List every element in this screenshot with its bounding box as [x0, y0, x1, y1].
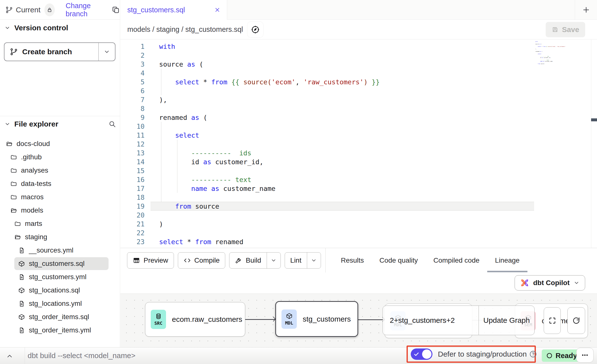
create-branch-main[interactable]: Create branch [4, 43, 99, 61]
cube-icon [18, 287, 25, 294]
code-line-7[interactable]: 7), [120, 95, 597, 104]
file-tree-item-stg-customers-sql[interactable]: stg_customers.sql [0, 257, 120, 270]
code-line-15[interactable]: 15 [120, 166, 597, 175]
code-line-24[interactable]: 24 [120, 246, 597, 248]
tab-code-quality[interactable]: Code quality [379, 255, 418, 266]
line-number: 18 [120, 194, 145, 201]
code-line-18[interactable]: 18 [120, 193, 597, 202]
file-tree-item-docs-cloud[interactable]: docs-cloud [0, 137, 120, 150]
code-line-21[interactable]: 21) [120, 219, 597, 228]
code-line-11[interactable]: 11 select [120, 131, 597, 140]
cube-icon [18, 260, 25, 267]
code-line-23[interactable]: 23select * from renamed [120, 237, 597, 246]
code-line-12[interactable]: 12 [120, 140, 597, 148]
folder-icon [10, 167, 17, 174]
preview-button[interactable]: Preview [127, 252, 174, 269]
dbt-copilot-button[interactable]: dbt Copilot [515, 275, 585, 291]
code-line-10[interactable]: 10 [120, 122, 597, 131]
change-branch-link[interactable]: Change branch [66, 2, 105, 18]
new-tab-button[interactable] [575, 0, 597, 20]
file-tree-item-models[interactable]: models [0, 204, 120, 217]
defer-toggle[interactable] [411, 348, 432, 360]
code-line-19[interactable]: 19 from source [120, 202, 597, 211]
line-number: 12 [120, 140, 145, 148]
file-tree-item-stg-customers-yml[interactable]: stg_customers.yml [0, 270, 120, 284]
line-number: 16 [120, 176, 145, 183]
file-tree-item--github[interactable]: .github [0, 150, 120, 164]
indent-guide [161, 86, 161, 95]
scrollbar-marker[interactable] [591, 118, 597, 121]
tab-results[interactable]: Results [341, 255, 364, 266]
lineage-selector-input[interactable]: 2+stg_customers+2 [383, 306, 479, 335]
lineage-edge [358, 319, 385, 320]
file-explorer-header[interactable]: File explorer [4, 120, 116, 128]
code-line-6[interactable]: 6 [120, 86, 597, 95]
file-tree-item-analyses[interactable]: analyses [0, 164, 120, 177]
create-branch-button[interactable]: Create branch [4, 42, 115, 61]
statusbar-divider [25, 347, 25, 364]
code-line-8[interactable]: 8 [120, 104, 597, 113]
tab-compiled-code[interactable]: Compiled code [433, 255, 480, 266]
minimap[interactable]: 1with23source as (45 select * from {{ so… [535, 41, 565, 66]
file-tree-item-stg-locations-sql[interactable]: stg_locations.sql [0, 284, 120, 297]
toggle-knob [422, 349, 431, 359]
lineage-node-stg-customers[interactable]: MDL stg_customers [275, 301, 358, 337]
navigate-button[interactable] [247, 22, 263, 37]
code-line-5[interactable]: 5 select * from {{ source('ecom', 'raw_c… [120, 77, 597, 86]
dbt-command-input[interactable]: dbt build --select <model_name> [28, 351, 135, 360]
lint-button[interactable]: Lint [285, 252, 321, 269]
code-line-16[interactable]: 16 ---------- text [120, 175, 597, 184]
lineage-canvas[interactable]: SRC ecom.raw_customers MDL stg_customers… [120, 293, 597, 347]
file-tree-item-macros[interactable]: macros [0, 190, 120, 204]
copy-icon[interactable] [112, 6, 120, 14]
tab-stg-customers[interactable]: stg_customers.sql [120, 0, 227, 20]
node-badge: MDL [285, 320, 293, 326]
file-icon [18, 274, 25, 280]
file-tree-item-staging[interactable]: staging [0, 230, 120, 244]
help-icon[interactable] [529, 350, 537, 358]
file-tree-item-stg-order-items-sql[interactable]: stg_order_items.sql [0, 310, 120, 324]
compile-button[interactable]: Compile [178, 252, 225, 269]
code-line-4[interactable]: 4 [120, 69, 597, 77]
collapse-panel-button[interactable] [6, 352, 13, 360]
version-control-header[interactable]: Version control [4, 24, 68, 32]
fullscreen-icon [548, 316, 557, 325]
scrollbar-track[interactable] [591, 39, 597, 248]
more-options-button[interactable] [576, 348, 594, 363]
code-line-9[interactable]: 9renamed as ( [120, 113, 597, 122]
code-text: select [145, 131, 199, 139]
section-divider [0, 116, 120, 116]
file-tree-item--sources-yml[interactable]: __sources.yml [0, 244, 120, 257]
save-button[interactable]: Save [546, 22, 585, 37]
build-dropdown[interactable] [267, 253, 280, 268]
code-line-17[interactable]: 17 name as customer_name [120, 184, 597, 193]
update-graph-button[interactable]: Update Graph [479, 306, 534, 335]
create-branch-dropdown[interactable] [99, 43, 115, 61]
code-line-14[interactable]: 14 id as customer_id, [120, 157, 597, 166]
file-tree-item-marts[interactable]: marts [0, 217, 120, 230]
file-tree-item-stg-order-items-yml[interactable]: stg_order_items.yml [0, 324, 120, 337]
code-text: renamed as ( [535, 51, 542, 52]
file-tree-item-data-tests[interactable]: data-tests [0, 177, 120, 190]
close-icon[interactable] [214, 7, 221, 13]
code-line-20[interactable]: 20 [120, 211, 597, 219]
code-line-3[interactable]: 3source as ( [120, 60, 597, 69]
code-line-22[interactable]: 22 [120, 228, 597, 237]
code-line-2[interactable]: 2 [120, 51, 597, 60]
lint-dropdown[interactable] [307, 253, 321, 268]
chevron-down-icon [271, 257, 277, 263]
code-line-13[interactable]: 13 ---------- ids [120, 148, 597, 157]
code-line-1[interactable]: 1with [120, 42, 597, 51]
node-label: stg_customers [303, 315, 351, 323]
code-text: source as ( [535, 43, 542, 45]
line-number: 4 [120, 69, 145, 77]
refresh-graph-button[interactable] [567, 307, 585, 334]
code-editor[interactable]: 1with23source as (45 select * from {{ so… [120, 39, 597, 248]
line-number: 20 [120, 211, 145, 219]
build-button[interactable]: Build [229, 252, 280, 269]
lineage-node-source[interactable]: SRC ecom.raw_customers [145, 302, 245, 337]
search-icon[interactable] [109, 120, 116, 128]
tab-lineage[interactable]: Lineage [495, 255, 520, 266]
fullscreen-button[interactable] [544, 307, 561, 334]
file-tree-item-stg-locations-yml[interactable]: stg_locations.yml [0, 297, 120, 310]
